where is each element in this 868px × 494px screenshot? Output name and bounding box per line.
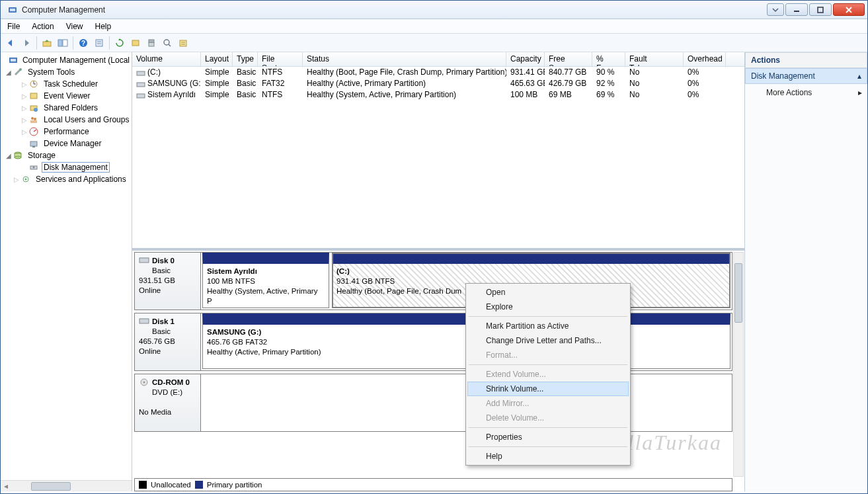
actions-section-disk-management[interactable]: Disk Management ▴ <box>745 68 867 84</box>
users-groups-icon <box>28 114 39 125</box>
computer-mgmt-icon <box>9 55 18 65</box>
menu-action[interactable]: Action <box>32 22 54 31</box>
tree-services-apps[interactable]: ▷ Services and Applications <box>1 173 132 185</box>
svg-rect-35 <box>32 146 35 147</box>
tree-device-manager[interactable]: Device Manager <box>1 138 132 149</box>
tree-event-viewer[interactable]: ▷ Event Viewer <box>1 90 132 102</box>
tree-local-users-groups[interactable]: ▷ Local Users and Groups <box>1 114 132 126</box>
expand-icon[interactable]: ▷ <box>20 128 28 136</box>
scrollbar-thumb[interactable] <box>734 263 742 323</box>
volume-row[interactable]: Sistem Ayrıldı Simple Basic NTFS Healthy… <box>132 89 744 101</box>
tb-icon-6[interactable] <box>144 36 159 50</box>
show-hide-tree-button[interactable] <box>56 36 70 50</box>
col-pfree[interactable]: % Free <box>592 52 625 66</box>
col-fs[interactable]: File System <box>258 52 303 66</box>
svg-point-28 <box>34 108 38 112</box>
tree-storage[interactable]: ◢ Storage <box>1 149 132 161</box>
tree-performance[interactable]: ▷ Performance <box>1 126 132 138</box>
legend-primary-label: Primary partition <box>207 481 262 489</box>
svg-rect-12 <box>132 40 139 46</box>
window-title: Computer Management <box>22 5 762 15</box>
expand-icon[interactable]: ▷ <box>13 176 20 183</box>
minimize-button[interactable] <box>785 3 808 16</box>
menu-file[interactable]: File <box>7 22 20 31</box>
cm-add-mirror: Add Mirror... <box>467 396 629 411</box>
system-tools-icon <box>13 67 23 77</box>
svg-rect-6 <box>63 40 67 46</box>
volume-row[interactable]: (C:) Simple Basic NTFS Healthy (Boot, Pa… <box>132 67 744 78</box>
help-icon[interactable]: ? <box>76 36 91 50</box>
nav-back-button[interactable] <box>3 36 18 50</box>
col-status[interactable]: Status <box>303 52 506 66</box>
legend-unallocated-label: Unallocated <box>151 481 191 489</box>
properties-icon[interactable] <box>92 36 106 50</box>
cm-help[interactable]: Help <box>467 449 629 464</box>
tree-task-scheduler[interactable]: ▷ Task Scheduler <box>1 78 132 90</box>
svg-point-42 <box>25 179 27 181</box>
collapse-icon[interactable]: ◢ <box>5 152 13 159</box>
tree-shared-folders[interactable]: ▷ Shared Folders <box>1 102 132 114</box>
up-button[interactable] <box>40 36 54 50</box>
cm-mark-active[interactable]: Mark Partition as Active <box>467 319 629 333</box>
svg-rect-1 <box>10 9 15 11</box>
cm-change-letter[interactable]: Change Drive Letter and Paths... <box>467 333 629 348</box>
tb-icon-7[interactable] <box>160 36 175 50</box>
titlebar: Computer Management <box>1 1 867 19</box>
volume-row[interactable]: SAMSUNG (G:) Simple Basic FAT32 Healthy … <box>132 78 744 89</box>
cm-shrink-volume[interactable]: Shrink Volume... <box>467 382 629 396</box>
tree-root[interactable]: Computer Management (Local <box>1 54 132 66</box>
disk-row-0[interactable]: Disk 0 Basic 931.51 GB Online Sistem Ayr… <box>134 252 732 310</box>
expand-icon[interactable]: ▷ <box>20 104 28 112</box>
col-free[interactable]: Free Space <box>545 52 592 66</box>
scrollbar-thumb[interactable] <box>31 482 71 491</box>
app-icon <box>7 5 18 15</box>
actions-section-label: Disk Management <box>751 71 815 81</box>
svg-rect-46 <box>139 258 149 263</box>
collapse-icon[interactable]: ◢ <box>5 69 13 76</box>
svg-rect-47 <box>139 319 149 323</box>
col-type[interactable]: Type <box>233 52 258 66</box>
col-oh[interactable]: Overhead <box>684 52 726 66</box>
storage-icon <box>13 150 23 161</box>
expand-icon[interactable]: ▷ <box>20 81 28 88</box>
cm-open[interactable]: Open <box>467 285 629 300</box>
cdrom-icon <box>139 378 149 390</box>
menu-help[interactable]: Help <box>95 22 112 31</box>
tb-icon-8[interactable] <box>176 36 190 50</box>
svg-rect-31 <box>30 120 37 123</box>
expand-icon[interactable]: ▷ <box>20 116 28 124</box>
menu-view[interactable]: View <box>66 22 83 31</box>
nav-forward-button[interactable] <box>19 36 34 50</box>
tree-disk-management[interactable]: Disk Management <box>1 161 132 173</box>
refresh-icon[interactable] <box>112 36 127 50</box>
cm-properties[interactable]: Properties <box>467 430 629 444</box>
disk-management-pane: Volume Layout Type File System Status Ca… <box>132 52 745 491</box>
cm-delete-volume: Delete Volume... <box>467 411 629 425</box>
svg-rect-45 <box>137 94 145 98</box>
action-more-actions[interactable]: More Actions ▸ <box>745 84 867 101</box>
volume-table: Volume Layout Type File System Status Ca… <box>132 52 744 251</box>
tree-horizontal-scrollbar[interactable]: ◂ <box>1 480 132 491</box>
close-button[interactable] <box>833 3 865 16</box>
disk-row-1[interactable]: Disk 1 Basic 465.76 GB Online SAMSUNG (G… <box>134 313 732 371</box>
col-capacity[interactable]: Capacity <box>506 52 545 66</box>
partition-sistem-ayrildi[interactable]: Sistem Ayrıldı 100 MB NTFS Healthy (Syst… <box>202 253 329 308</box>
disk-row-cdrom[interactable]: CD-ROM 0 DVD (E:) No Media <box>134 374 732 432</box>
disk-0-label: Disk 0 Basic 931.51 GB Online <box>135 253 201 309</box>
expand-icon[interactable]: ▷ <box>20 93 28 100</box>
tb-icon-5[interactable] <box>128 36 143 50</box>
col-ft[interactable]: Fault Tolerance <box>625 52 684 66</box>
col-volume[interactable]: Volume <box>132 52 201 66</box>
services-apps-icon <box>20 174 31 185</box>
svg-point-30 <box>34 118 36 120</box>
help-dropdown-button[interactable] <box>767 3 784 16</box>
cm-explore[interactable]: Explore <box>467 300 629 314</box>
maximize-button[interactable] <box>809 3 832 16</box>
svg-point-40 <box>33 167 35 169</box>
disk-vertical-scrollbar[interactable] <box>733 252 744 477</box>
menubar: File Action View Help <box>1 19 867 34</box>
tree-system-tools[interactable]: ◢ System Tools <box>1 66 132 78</box>
svg-line-33 <box>34 130 36 132</box>
col-layout[interactable]: Layout <box>201 52 233 66</box>
svg-rect-4 <box>43 42 51 46</box>
